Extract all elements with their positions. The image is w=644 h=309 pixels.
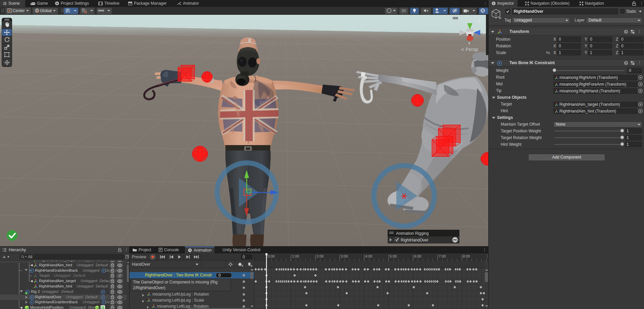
svg-text:5:00: 5:00: [390, 254, 397, 258]
svg-text:6:00: 6:00: [414, 254, 421, 258]
svg-text:≺ Persp: ≺ Persp: [460, 47, 478, 52]
svg-text:z: z: [483, 30, 485, 35]
svg-text:8:00: 8:00: [463, 254, 470, 258]
svg-text:x: x: [468, 40, 470, 45]
svg-text:Y: Y: [68, 10, 70, 13]
svg-text:3:00: 3:00: [341, 254, 348, 258]
svg-text:?: ?: [625, 61, 627, 65]
svg-text:RightHandOver: RightHandOver: [401, 238, 429, 242]
svg-text:0:00: 0:00: [267, 254, 275, 258]
svg-text:1:00: 1:00: [292, 254, 299, 258]
svg-text:7:00: 7:00: [439, 254, 446, 258]
svg-text:Animation Rigging: Animation Rigging: [396, 231, 429, 236]
svg-text:?: ?: [625, 30, 627, 34]
svg-text:y: y: [468, 18, 470, 23]
svg-text:4:00: 4:00: [365, 254, 372, 258]
svg-text:2:00: 2:00: [316, 254, 324, 258]
